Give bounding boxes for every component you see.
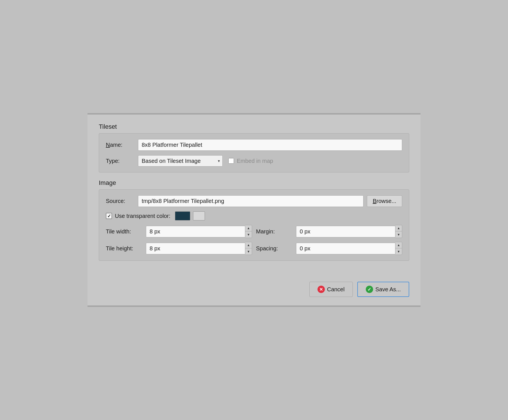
save-icon: ✓ xyxy=(366,286,373,293)
tile-width-spinner: ▲ ▼ xyxy=(146,225,252,238)
spacing-down-button[interactable]: ▼ xyxy=(395,248,402,255)
source-row: Source: Browse... xyxy=(106,195,402,207)
spacing-input[interactable] xyxy=(296,243,395,254)
name-label: Name: xyxy=(106,142,134,148)
type-select-wrapper: Based on Tileset Image Based on Tileset … xyxy=(138,155,223,167)
tileset-section-label: Tileset xyxy=(99,123,409,130)
tile-width-group: Tile width: ▲ ▼ xyxy=(106,225,252,238)
cancel-label: Cancel xyxy=(327,286,345,293)
transparent-label: Use transparent color: xyxy=(115,213,170,219)
spacing-up-button[interactable]: ▲ xyxy=(395,242,402,248)
tile-height-spacing-row: Tile height: ▲ ▼ Spacing: ▲ xyxy=(106,242,402,255)
tileset-dialog: Tileset Name: Type: Based on Tileset Ima… xyxy=(87,113,421,307)
margin-input[interactable] xyxy=(296,226,395,237)
type-select[interactable]: Based on Tileset Image Based on Tileset … xyxy=(138,155,223,167)
source-input[interactable] xyxy=(138,195,364,207)
source-label: Source: xyxy=(106,198,134,204)
save-label: Save As... xyxy=(375,286,401,293)
tile-width-margin-row: Tile width: ▲ ▼ Margin: ▲ xyxy=(106,225,402,238)
name-row: Name: xyxy=(106,139,402,151)
browse-button[interactable]: Browse... xyxy=(367,195,402,207)
dialog-content: Tileset Name: Type: Based on Tileset Ima… xyxy=(87,115,421,276)
tile-width-label: Tile width: xyxy=(106,228,143,235)
margin-group: Margin: ▲ ▼ xyxy=(256,225,402,238)
tile-height-down-button[interactable]: ▼ xyxy=(245,248,252,255)
tile-width-input[interactable] xyxy=(146,226,245,237)
image-section-label: Image xyxy=(99,179,409,187)
spacing-label: Spacing: xyxy=(256,245,293,252)
cancel-icon: ✕ xyxy=(318,286,325,293)
browse-label: Browse... xyxy=(373,198,396,204)
tile-height-label: Tile height: xyxy=(106,245,143,252)
checkmark-icon: ✓ xyxy=(107,213,111,219)
transparent-checkbox[interactable]: ✓ xyxy=(106,213,112,219)
save-button[interactable]: ✓ Save As... xyxy=(357,282,409,297)
tile-height-input[interactable] xyxy=(146,243,245,254)
tile-width-down-button[interactable]: ▼ xyxy=(245,231,252,238)
transparent-color-row: ✓ Use transparent color: xyxy=(106,211,402,220)
spacing-spinner: ▲ ▼ xyxy=(296,242,402,255)
tileset-section-box: Name: Type: Based on Tileset Image Based… xyxy=(99,133,409,172)
transparent-row-inner: ✓ Use transparent color: xyxy=(106,211,205,220)
margin-label: Margin: xyxy=(256,228,293,235)
tile-height-spinners: ▲ ▼ xyxy=(245,242,252,255)
margin-down-button[interactable]: ▼ xyxy=(395,231,402,238)
margin-spinners: ▲ ▼ xyxy=(395,225,402,238)
color-swatch-dark[interactable] xyxy=(175,211,190,220)
tile-height-group: Tile height: ▲ ▼ xyxy=(106,242,252,255)
type-row: Type: Based on Tileset Image Based on Ti… xyxy=(106,155,402,167)
embed-checkbox[interactable] xyxy=(228,158,234,164)
button-row: ✕ Cancel ✓ Save As... xyxy=(87,276,421,305)
bottom-divider xyxy=(87,305,421,306)
tile-width-up-button[interactable]: ▲ xyxy=(245,225,252,231)
tile-height-spinner: ▲ ▼ xyxy=(146,242,252,255)
embed-checkbox-row: Embed in map xyxy=(228,158,273,164)
name-input[interactable] xyxy=(138,139,402,151)
tile-width-spinners: ▲ ▼ xyxy=(245,225,252,238)
name-label-text: Name: xyxy=(106,142,122,148)
type-label: Type: xyxy=(106,158,134,164)
margin-up-button[interactable]: ▲ xyxy=(395,225,402,231)
spacing-group: Spacing: ▲ ▼ xyxy=(256,242,402,255)
margin-spinner: ▲ ▼ xyxy=(296,225,402,238)
cancel-button[interactable]: ✕ Cancel xyxy=(309,282,353,297)
image-section-box: Source: Browse... ✓ Use transparent colo… xyxy=(99,189,409,261)
spacing-spinners: ▲ ▼ xyxy=(395,242,402,255)
embed-label: Embed in map xyxy=(237,158,273,164)
tile-height-up-button[interactable]: ▲ xyxy=(245,242,252,248)
color-swatch-light[interactable] xyxy=(193,211,205,220)
